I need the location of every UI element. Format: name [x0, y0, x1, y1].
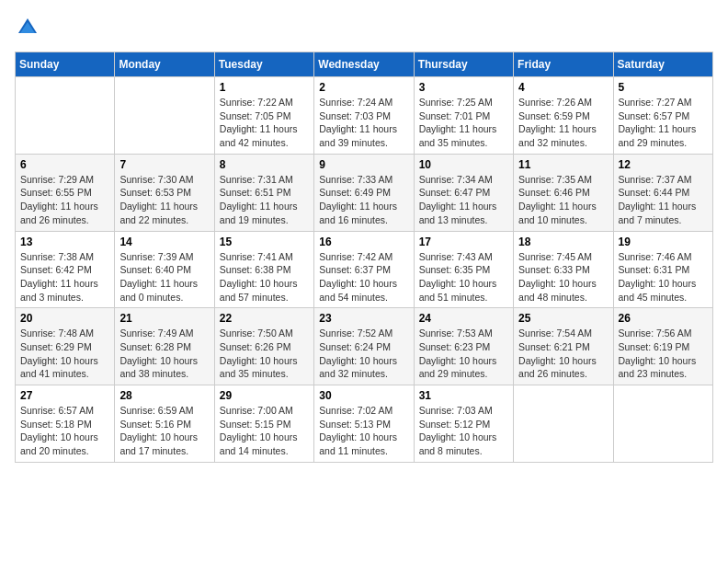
- day-number: 19: [619, 236, 708, 248]
- day-number: 4: [518, 81, 608, 94]
- calendar-cell: 1Sunrise: 7:22 AM Sunset: 7:05 PM Daylig…: [214, 77, 313, 155]
- day-info: Sunrise: 7:02 AM Sunset: 5:13 PM Dayligh…: [319, 404, 408, 458]
- calendar-cell: 2Sunrise: 7:24 AM Sunset: 7:03 PM Daylig…: [314, 77, 414, 155]
- calendar-cell: 18Sunrise: 7:45 AM Sunset: 6:33 PM Dayli…: [514, 231, 613, 308]
- day-info: Sunrise: 7:26 AM Sunset: 6:59 PM Dayligh…: [518, 96, 608, 150]
- day-info: Sunrise: 7:31 AM Sunset: 6:51 PM Dayligh…: [220, 173, 309, 227]
- day-number: 15: [220, 236, 309, 248]
- day-info: Sunrise: 7:56 AM Sunset: 6:19 PM Dayligh…: [619, 327, 708, 381]
- day-info: Sunrise: 7:35 AM Sunset: 6:46 PM Dayligh…: [518, 173, 608, 227]
- day-number: 24: [419, 312, 508, 325]
- day-info: Sunrise: 7:38 AM Sunset: 6:42 PM Dayligh…: [20, 250, 109, 304]
- calendar-cell: [514, 385, 613, 463]
- day-info: Sunrise: 7:27 AM Sunset: 6:57 PM Dayligh…: [619, 96, 708, 150]
- calendar-week-row: 20Sunrise: 7:48 AM Sunset: 6:29 PM Dayli…: [16, 308, 713, 385]
- day-info: Sunrise: 7:50 AM Sunset: 6:26 PM Dayligh…: [220, 327, 309, 381]
- day-info: Sunrise: 7:48 AM Sunset: 6:29 PM Dayligh…: [20, 327, 109, 381]
- calendar-cell: 5Sunrise: 7:27 AM Sunset: 6:57 PM Daylig…: [613, 77, 712, 155]
- weekday-header: Tuesday: [214, 52, 313, 77]
- day-number: 28: [119, 389, 209, 402]
- calendar-cell: 29Sunrise: 7:00 AM Sunset: 5:15 PM Dayli…: [214, 385, 313, 463]
- calendar-cell: 6Sunrise: 7:29 AM Sunset: 6:55 PM Daylig…: [16, 154, 115, 231]
- logo: [15, 15, 44, 40]
- day-info: Sunrise: 7:42 AM Sunset: 6:37 PM Dayligh…: [319, 250, 408, 304]
- calendar-cell: 9Sunrise: 7:33 AM Sunset: 6:49 PM Daylig…: [314, 154, 414, 231]
- day-info: Sunrise: 7:46 AM Sunset: 6:31 PM Dayligh…: [619, 250, 708, 304]
- day-info: Sunrise: 6:59 AM Sunset: 5:16 PM Dayligh…: [119, 404, 209, 458]
- calendar-cell: 11Sunrise: 7:35 AM Sunset: 6:46 PM Dayli…: [514, 154, 613, 231]
- weekday-header: Friday: [514, 52, 613, 77]
- day-info: Sunrise: 6:57 AM Sunset: 5:18 PM Dayligh…: [20, 404, 109, 458]
- calendar-week-row: 13Sunrise: 7:38 AM Sunset: 6:42 PM Dayli…: [16, 231, 713, 308]
- calendar-cell: 21Sunrise: 7:49 AM Sunset: 6:28 PM Dayli…: [115, 308, 214, 385]
- day-info: Sunrise: 7:52 AM Sunset: 6:24 PM Dayligh…: [319, 327, 408, 381]
- day-info: Sunrise: 7:49 AM Sunset: 6:28 PM Dayligh…: [119, 327, 209, 381]
- day-number: 8: [220, 158, 309, 171]
- logo-icon: [15, 15, 40, 40]
- day-number: 3: [419, 81, 508, 94]
- calendar-cell: [613, 385, 712, 463]
- calendar-cell: 25Sunrise: 7:54 AM Sunset: 6:21 PM Dayli…: [514, 308, 613, 385]
- calendar-cell: 31Sunrise: 7:03 AM Sunset: 5:12 PM Dayli…: [414, 385, 513, 463]
- day-number: 9: [319, 158, 408, 171]
- calendar-cell: 19Sunrise: 7:46 AM Sunset: 6:31 PM Dayli…: [613, 231, 712, 308]
- day-info: Sunrise: 7:41 AM Sunset: 6:38 PM Dayligh…: [220, 250, 309, 304]
- day-number: 31: [419, 389, 508, 402]
- day-info: Sunrise: 7:24 AM Sunset: 7:03 PM Dayligh…: [319, 96, 408, 150]
- day-number: 14: [119, 236, 209, 248]
- day-number: 25: [518, 312, 608, 325]
- weekday-header: Wednesday: [314, 52, 414, 77]
- calendar-cell: 10Sunrise: 7:34 AM Sunset: 6:47 PM Dayli…: [414, 154, 513, 231]
- day-number: 6: [20, 158, 109, 171]
- weekday-header: Saturday: [613, 52, 712, 77]
- day-number: 30: [319, 389, 408, 402]
- calendar-cell: [115, 77, 214, 155]
- day-info: Sunrise: 7:03 AM Sunset: 5:12 PM Dayligh…: [419, 404, 508, 458]
- weekday-header: Sunday: [16, 52, 115, 77]
- calendar-cell: 13Sunrise: 7:38 AM Sunset: 6:42 PM Dayli…: [16, 231, 115, 308]
- day-info: Sunrise: 7:25 AM Sunset: 7:01 PM Dayligh…: [419, 96, 508, 150]
- calendar-cell: 14Sunrise: 7:39 AM Sunset: 6:40 PM Dayli…: [115, 231, 214, 308]
- day-number: 12: [619, 158, 708, 171]
- day-info: Sunrise: 7:37 AM Sunset: 6:44 PM Dayligh…: [619, 173, 708, 227]
- calendar-cell: 7Sunrise: 7:30 AM Sunset: 6:53 PM Daylig…: [115, 154, 214, 231]
- calendar-cell: 27Sunrise: 6:57 AM Sunset: 5:18 PM Dayli…: [16, 385, 115, 463]
- calendar-cell: 17Sunrise: 7:43 AM Sunset: 6:35 PM Dayli…: [414, 231, 513, 308]
- page-header: [15, 15, 713, 40]
- day-info: Sunrise: 7:29 AM Sunset: 6:55 PM Dayligh…: [20, 173, 109, 227]
- day-number: 29: [220, 389, 309, 402]
- weekday-header: Monday: [115, 52, 214, 77]
- day-info: Sunrise: 7:33 AM Sunset: 6:49 PM Dayligh…: [319, 173, 408, 227]
- day-info: Sunrise: 7:00 AM Sunset: 5:15 PM Dayligh…: [220, 404, 309, 458]
- calendar-cell: 8Sunrise: 7:31 AM Sunset: 6:51 PM Daylig…: [214, 154, 313, 231]
- day-number: 7: [119, 158, 209, 171]
- calendar-cell: [16, 77, 115, 155]
- calendar-cell: 12Sunrise: 7:37 AM Sunset: 6:44 PM Dayli…: [613, 154, 712, 231]
- calendar-cell: 15Sunrise: 7:41 AM Sunset: 6:38 PM Dayli…: [214, 231, 313, 308]
- calendar-header: SundayMondayTuesdayWednesdayThursdayFrid…: [16, 52, 713, 77]
- day-info: Sunrise: 7:22 AM Sunset: 7:05 PM Dayligh…: [220, 96, 309, 150]
- day-number: 22: [220, 312, 309, 325]
- day-number: 20: [20, 312, 109, 325]
- calendar-cell: 16Sunrise: 7:42 AM Sunset: 6:37 PM Dayli…: [314, 231, 414, 308]
- day-number: 26: [619, 312, 708, 325]
- day-info: Sunrise: 7:39 AM Sunset: 6:40 PM Dayligh…: [119, 250, 209, 304]
- day-number: 1: [220, 81, 309, 94]
- calendar-cell: 24Sunrise: 7:53 AM Sunset: 6:23 PM Dayli…: [414, 308, 513, 385]
- day-number: 2: [319, 81, 408, 94]
- day-number: 23: [319, 312, 408, 325]
- day-number: 10: [419, 158, 508, 171]
- day-info: Sunrise: 7:34 AM Sunset: 6:47 PM Dayligh…: [419, 173, 508, 227]
- day-number: 17: [419, 236, 508, 248]
- day-info: Sunrise: 7:43 AM Sunset: 6:35 PM Dayligh…: [419, 250, 508, 304]
- calendar-cell: 26Sunrise: 7:56 AM Sunset: 6:19 PM Dayli…: [613, 308, 712, 385]
- calendar-week-row: 27Sunrise: 6:57 AM Sunset: 5:18 PM Dayli…: [16, 385, 713, 463]
- day-info: Sunrise: 7:30 AM Sunset: 6:53 PM Dayligh…: [119, 173, 209, 227]
- calendar-cell: 23Sunrise: 7:52 AM Sunset: 6:24 PM Dayli…: [314, 308, 414, 385]
- day-number: 5: [619, 81, 708, 94]
- calendar-cell: 3Sunrise: 7:25 AM Sunset: 7:01 PM Daylig…: [414, 77, 513, 155]
- calendar-cell: 4Sunrise: 7:26 AM Sunset: 6:59 PM Daylig…: [514, 77, 613, 155]
- day-number: 16: [319, 236, 408, 248]
- calendar-cell: 22Sunrise: 7:50 AM Sunset: 6:26 PM Dayli…: [214, 308, 313, 385]
- day-number: 21: [119, 312, 209, 325]
